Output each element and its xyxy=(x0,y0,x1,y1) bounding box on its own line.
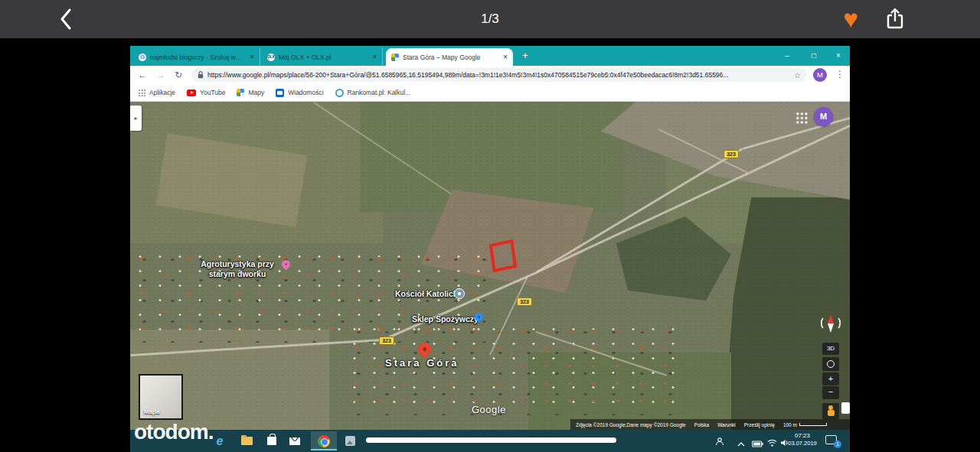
taskbar-store-button[interactable] xyxy=(260,431,283,450)
satellite-map[interactable]: 323 323 323 Agroturystyka przystarym dwo… xyxy=(130,102,850,430)
people-tray-icon[interactable] xyxy=(715,435,724,449)
viewer-top-bar: 1/3 ♥ xyxy=(0,0,980,38)
photo-counter: 1/3 xyxy=(0,11,980,27)
apps-grid-icon xyxy=(138,89,145,96)
bookmark-star-icon[interactable]: ☆ xyxy=(794,71,801,80)
taskbar-photos-button[interactable] xyxy=(338,431,361,450)
taskbar-mail-button[interactable] xyxy=(283,431,306,450)
town-label: Stara Góra xyxy=(385,357,459,369)
bookmark-maps[interactable]: Mapy xyxy=(237,89,264,96)
edge-icon: e xyxy=(217,431,224,450)
pegman-button[interactable] xyxy=(822,403,839,419)
favorite-heart-icon[interactable]: ♥ xyxy=(837,5,864,33)
tab-close-icon[interactable]: × xyxy=(250,53,254,61)
map-attribution-bar: Zdjęcia ©2019 Google,Dane mapy ©2019 Goo… xyxy=(570,419,850,430)
tab-google-maps[interactable]: Stara Góra – Mapy Google × xyxy=(386,48,513,66)
notification-badge: 1 xyxy=(834,441,841,448)
poi-label-agroturystyka[interactable]: Agroturystyka przystarym dworku xyxy=(188,259,287,279)
scale-text: 100 m xyxy=(783,422,797,428)
map-type-switcher[interactable]: Mapa xyxy=(139,374,183,420)
maps-icon xyxy=(237,89,244,96)
tab-title: Mój OLX + OLX.pl xyxy=(279,54,366,61)
google-watermark: Google xyxy=(472,404,506,415)
share-icon[interactable] xyxy=(884,8,906,31)
keyboard-shortcuts-box xyxy=(841,402,850,414)
reload-icon[interactable]: ↻ xyxy=(175,70,182,80)
taskbar-clock[interactable]: 07:23 03.07.2019 xyxy=(779,432,825,447)
zoom-in-button[interactable]: + xyxy=(822,372,839,385)
youtube-icon xyxy=(187,89,196,96)
gallery-viewer: 1/3 ♥ G najmłodsi blogerzy - Szukaj w G.… xyxy=(0,0,980,452)
pegman-icon xyxy=(828,405,833,410)
browser-menu-icon[interactable]: ⋮ xyxy=(835,69,844,80)
bookmark-rankomat[interactable]: Rankomat.pl: Kalkul... xyxy=(335,89,411,97)
chrome-tab-strip: G najmłodsi blogerzy - Szukaj w G... × O… xyxy=(130,46,850,66)
gallery-scrollbar[interactable] xyxy=(366,437,616,443)
bookmark-news[interactable]: Wiadomości xyxy=(276,89,323,97)
mail-envelope-icon xyxy=(289,437,300,445)
poi-label-church[interactable]: Kościół Katolicki xyxy=(395,289,460,298)
tray-chevron-icon[interactable] xyxy=(737,437,745,450)
window-close-button[interactable]: × xyxy=(827,46,850,66)
poi-label-shop[interactable]: Sklep Spożywczy xyxy=(412,314,479,324)
photo[interactable]: G najmłodsi blogerzy - Szukaj w G... × O… xyxy=(130,46,850,452)
address-bar[interactable]: https://www.google.pl/maps/place/56-200+… xyxy=(191,68,807,82)
window-minimize-button[interactable]: – xyxy=(776,46,799,66)
zoom-out-button[interactable]: − xyxy=(822,386,839,399)
back-nav-icon[interactable]: ← xyxy=(138,70,147,80)
bookmark-youtube[interactable]: YouTube xyxy=(187,89,225,96)
imagery-copyright: Zdjęcia ©2019 Google,Dane mapy ©2019 Goo… xyxy=(576,422,686,428)
feedback-link[interactable]: Prześlij opinię xyxy=(744,422,775,428)
account-avatar[interactable]: M xyxy=(814,107,833,126)
church-poi-icon[interactable] xyxy=(454,288,465,299)
news-icon xyxy=(276,89,284,97)
tab-google-search[interactable]: G najmłodsi blogerzy - Szukaj w G... × xyxy=(133,48,260,66)
wifi-icon[interactable] xyxy=(767,436,777,450)
my-location-button[interactable] xyxy=(822,357,839,371)
plot-outline-marker xyxy=(489,239,517,272)
bookmark-apps[interactable]: Aplikacje xyxy=(138,89,175,96)
google-favicon: G xyxy=(139,54,146,61)
taskbar-chrome-button[interactable] xyxy=(311,431,337,450)
side-panel-expand-button[interactable]: ▸ xyxy=(130,106,142,131)
profile-avatar[interactable]: M xyxy=(813,68,827,82)
tab-close-icon[interactable]: × xyxy=(503,53,508,61)
new-tab-button[interactable]: + xyxy=(519,50,531,62)
folder-icon xyxy=(241,437,253,445)
compass-control[interactable] xyxy=(820,314,841,333)
tab-title: Stara Góra – Mapy Google xyxy=(403,54,497,61)
terms-link[interactable]: Warunki xyxy=(717,422,736,428)
clock-date: 03.07.2019 xyxy=(779,440,825,447)
road-shield: 323 xyxy=(517,298,532,306)
window-maximize-button[interactable]: □ xyxy=(802,46,825,66)
maps-favicon xyxy=(391,54,399,61)
olx-favicon: OLX xyxy=(267,54,275,61)
clock-time: 07:23 xyxy=(779,432,825,440)
windows-taskbar: e 07:23 03.07.2019 xyxy=(130,430,850,452)
padlock-icon xyxy=(198,71,204,79)
bookmarks-bar: Aplikacje YouTube Mapy Wiadomości Rankom… xyxy=(130,84,850,102)
url-text: https://www.google.pl/maps/place/56-200+… xyxy=(207,71,790,79)
country-label: Polska xyxy=(694,422,710,428)
forward-nav-icon[interactable]: → xyxy=(156,70,165,80)
map-type-label: Mapa xyxy=(144,408,159,415)
otodom-watermark: otodom. xyxy=(134,420,213,444)
google-apps-grid-icon[interactable] xyxy=(795,111,808,124)
scale-control: 100 m xyxy=(783,422,827,428)
tab-title: najmłodsi blogerzy - Szukaj w G... xyxy=(150,54,243,61)
taskbar-explorer-button[interactable] xyxy=(235,431,258,450)
store-bag-icon xyxy=(267,437,276,445)
tab-close-icon[interactable]: × xyxy=(372,53,377,61)
road-shield: 323 xyxy=(379,337,394,345)
tab-olx[interactable]: OLX Mój OLX + OLX.pl × xyxy=(262,48,383,66)
rankomat-icon xyxy=(335,89,344,97)
chrome-icon xyxy=(318,435,330,447)
battery-icon[interactable] xyxy=(752,437,763,450)
photos-icon xyxy=(345,436,355,446)
scale-bar xyxy=(799,423,827,426)
3d-view-button[interactable]: 3D xyxy=(822,343,839,355)
road-shield: 323 xyxy=(724,150,739,158)
browser-toolbar: ← → ↻ https://www.google.pl/maps/place/5… xyxy=(130,66,850,84)
